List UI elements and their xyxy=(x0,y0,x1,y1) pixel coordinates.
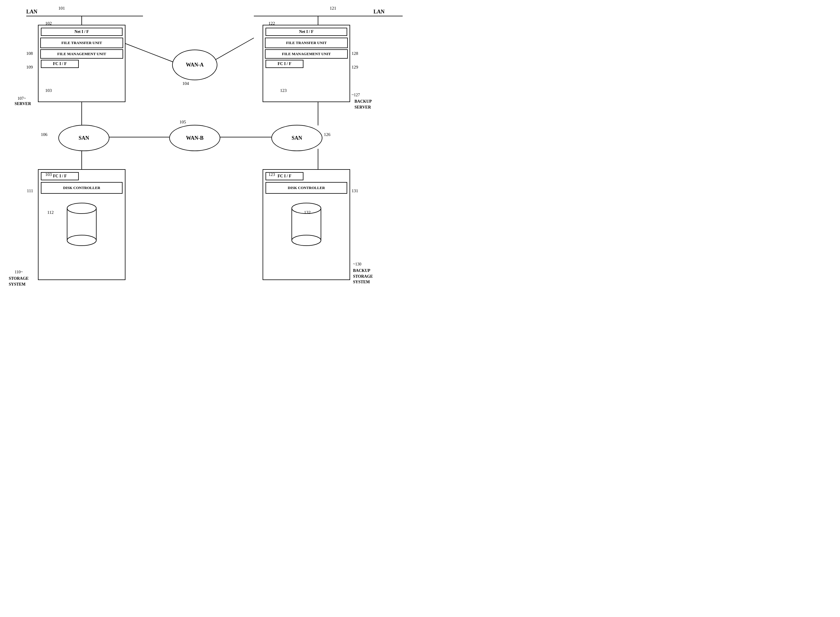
ref-132: 132 xyxy=(304,210,311,215)
ref-109: 109 xyxy=(26,65,33,70)
svg-point-13 xyxy=(67,203,96,214)
backup-storage-system-label: BACKUPSTORAGESYSTEM xyxy=(353,268,373,285)
svg-point-14 xyxy=(67,235,96,246)
ref-110: 110~ xyxy=(15,270,23,275)
ref-130: ~130 xyxy=(353,262,362,267)
ref-104: 104 xyxy=(182,81,189,86)
ref-106: 106 xyxy=(41,132,47,137)
ref-123-bottom: 123 xyxy=(269,172,275,177)
net-if-right: Net I / F xyxy=(266,28,347,36)
ref-101: 101 xyxy=(58,6,65,11)
ref-126: 126 xyxy=(324,132,331,137)
ref-128: 128 xyxy=(351,51,358,56)
wan-b-ellipse: WAN-B xyxy=(169,125,220,151)
lan-right-label: LAN xyxy=(373,9,385,15)
file-transfer-unit-right: FILE TRANSFER UNIT xyxy=(265,38,348,48)
disk-controller-right: DISK CONTROLLER xyxy=(266,182,347,194)
ref-111: 111 xyxy=(27,189,33,193)
backup-server-box: Net I / F FILE TRANSFER UNIT FILE MANAGE… xyxy=(263,25,350,102)
ref-129: 129 xyxy=(351,65,358,70)
file-transfer-unit-left: FILE TRANSFER UNIT xyxy=(40,38,123,48)
ref-131: 131 xyxy=(351,189,358,193)
file-management-unit-left: FILE MANAGEMENT UNIT xyxy=(40,49,123,59)
ref-108: 108 xyxy=(26,51,33,56)
storage-system-box: FC I / F DISK CONTROLLER xyxy=(38,169,125,280)
ref-102: 102 xyxy=(45,21,52,26)
ref-123-top: 123 xyxy=(280,88,287,93)
svg-line-5 xyxy=(210,38,254,63)
disk-controller-left: DISK CONTROLLER xyxy=(41,182,123,194)
file-management-unit-right: FILE MANAGEMENT UNIT xyxy=(265,49,348,59)
svg-point-17 xyxy=(292,235,321,246)
net-if-left: Net I / F xyxy=(41,28,123,36)
wan-a-ellipse: WAN-A xyxy=(172,50,217,80)
ref-121: 121 xyxy=(330,6,337,11)
san-right-ellipse: SAN xyxy=(271,125,322,151)
server-label: SERVER xyxy=(15,102,31,106)
ref-105: 105 xyxy=(179,120,186,125)
fc-if-server-left: FC I / F xyxy=(41,60,79,68)
ref-122: 122 xyxy=(269,21,275,26)
ref-112: 112 xyxy=(47,210,54,215)
ref-103-top: 103 xyxy=(45,88,52,93)
ref-103-bottom: 103 xyxy=(45,172,52,177)
ref-127: ~127 xyxy=(351,93,360,97)
backup-storage-system-box: FC I / F DISK CONTROLLER xyxy=(263,169,350,280)
san-left-ellipse: SAN xyxy=(58,125,109,151)
backup-server-label: BACKUPSERVER xyxy=(354,99,372,110)
ref-107: 107~ xyxy=(18,96,26,101)
lan-left-label: LAN xyxy=(26,9,37,15)
storage-system-label: STORAGESYSTEM xyxy=(9,276,29,287)
fc-if-server-right: FC I / F xyxy=(266,60,303,68)
